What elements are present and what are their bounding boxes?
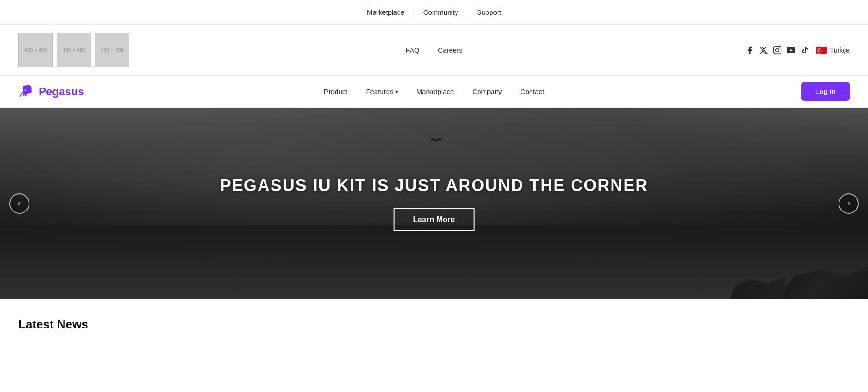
nav-features[interactable]: Features ▾ (366, 88, 398, 95)
hero-title: PEGASUS IU KIT IS JUST AROUND THE CORNER (220, 176, 648, 195)
svg-point-1 (776, 48, 779, 52)
login-button[interactable]: Log in (801, 82, 850, 101)
facebook-icon[interactable] (745, 45, 755, 55)
latest-news-title: Latest News (18, 317, 850, 332)
chevron-right-icon: › (847, 199, 850, 208)
ad-banners: 400 × 400 400 × 400 400 × 400 (18, 33, 129, 67)
middle-center-links: FAQ Careers (405, 46, 462, 54)
instagram-icon[interactable] (772, 45, 782, 55)
logo-icon (18, 83, 35, 100)
hero-content: PEGASUS IU KIT IS JUST AROUND THE CORNER… (220, 176, 648, 231)
language-selector[interactable]: 🇹🇷 Türkçe (816, 45, 850, 56)
logo-text: Pegasus (39, 85, 84, 98)
rocks-right (776, 262, 868, 299)
nav-links: Product Features ▾ Marketplace Company C… (324, 88, 544, 95)
middle-bar: 400 × 400 400 × 400 400 × 400 FAQ Career… (0, 25, 868, 76)
social-icons (745, 45, 810, 55)
middle-right: 🇹🇷 Türkçe (745, 45, 850, 56)
features-chevron-icon: ▾ (395, 88, 398, 95)
slider-prev-button[interactable]: ‹ (9, 193, 29, 214)
ad-banner-1[interactable]: 400 × 400 (18, 33, 53, 67)
ad-banner-3[interactable]: 400 × 400 (95, 33, 129, 67)
careers-link[interactable]: Careers (438, 46, 462, 54)
chevron-left-icon: ‹ (18, 199, 21, 208)
bird-icon (429, 135, 443, 147)
latest-news-section: Latest News (0, 299, 868, 341)
top-bar-links: Marketplace Community Support (358, 0, 510, 25)
svg-rect-0 (774, 46, 781, 54)
nav-contact[interactable]: Contact (521, 88, 544, 95)
language-label: Türkçe (830, 47, 850, 54)
learn-more-button[interactable]: Learn More (393, 208, 474, 231)
main-nav: Pegasus Product Features ▾ Marketplace C… (0, 76, 868, 108)
hero-section: PEGASUS IU KIT IS JUST AROUND THE CORNER… (0, 108, 868, 299)
topbar-support-link[interactable]: Support (468, 0, 511, 25)
faq-link[interactable]: FAQ (405, 46, 419, 54)
nav-marketplace[interactable]: Marketplace (417, 88, 454, 95)
nav-product[interactable]: Product (324, 88, 348, 95)
svg-point-2 (779, 47, 780, 48)
top-bar: Marketplace Community Support (0, 0, 868, 25)
youtube-icon[interactable] (786, 45, 796, 55)
ad-banner-2[interactable]: 400 × 400 (57, 33, 91, 67)
nav-company[interactable]: Company (472, 88, 502, 95)
topbar-community-link[interactable]: Community (414, 0, 468, 25)
topbar-marketplace-link[interactable]: Marketplace (358, 0, 414, 25)
twitter-icon[interactable] (758, 45, 769, 55)
turkey-flag-icon: 🇹🇷 (816, 45, 827, 56)
rocks-left (730, 271, 785, 299)
slider-next-button[interactable]: › (839, 193, 859, 214)
svg-point-3 (25, 89, 26, 91)
logo-link[interactable]: Pegasus (18, 83, 84, 100)
tiktok-icon[interactable] (800, 45, 810, 55)
